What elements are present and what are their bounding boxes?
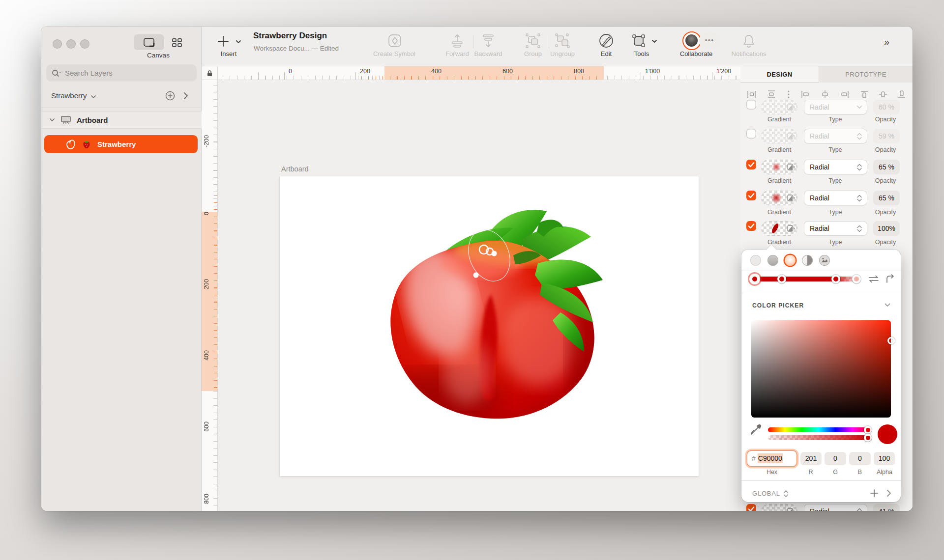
window-close-button[interactable] <box>53 39 62 49</box>
distribute-vertical-icon[interactable] <box>766 89 777 99</box>
fill-type-linear-gradient[interactable] <box>767 255 778 266</box>
opacity-field[interactable]: 100% <box>873 221 900 236</box>
distribute-horizontal-icon[interactable] <box>746 89 757 99</box>
alpha-slider[interactable] <box>768 435 869 440</box>
lock-icon[interactable] <box>206 70 213 77</box>
hue-handle[interactable] <box>864 426 872 434</box>
rotate-gradient-icon[interactable] <box>885 274 896 284</box>
align-top-icon[interactable] <box>859 89 869 99</box>
gradient-swatch[interactable] <box>761 160 797 174</box>
gradient-stop[interactable] <box>777 275 786 283</box>
fill-type-radial-gradient[interactable] <box>785 255 796 266</box>
chevron-down-icon[interactable] <box>49 118 55 122</box>
gradient-type-dropdown[interactable]: Radial <box>804 191 867 205</box>
fill-checkbox[interactable] <box>746 160 756 169</box>
page-selector[interactable]: Strawberry <box>51 91 87 100</box>
notifications-bell-icon[interactable] <box>740 32 757 49</box>
flip-gradient-icon[interactable] <box>867 274 880 284</box>
expand-global-icon[interactable] <box>886 489 892 498</box>
move-forward-icon[interactable] <box>449 33 465 49</box>
gradient-handle[interactable] <box>473 273 479 278</box>
hue-slider[interactable] <box>768 427 869 432</box>
fill-checkbox[interactable] <box>746 129 756 139</box>
collaborator-avatar[interactable] <box>682 31 701 50</box>
add-global-color-icon[interactable] <box>869 488 879 498</box>
align-middle-vertical-icon[interactable] <box>878 89 888 99</box>
blue-input[interactable]: 0 <box>849 452 871 465</box>
strawberry-artwork[interactable] <box>366 208 621 439</box>
alpha-handle[interactable] <box>864 434 872 442</box>
tab-design[interactable]: DESIGN <box>740 66 819 83</box>
opacity-field[interactable]: 41 % <box>873 504 900 511</box>
grid-view-icon[interactable] <box>171 37 183 48</box>
fill-checkbox[interactable] <box>746 191 756 200</box>
color-picker-header[interactable]: COLOR PICKER <box>752 302 804 309</box>
opacity-field[interactable]: 65 % <box>873 160 900 174</box>
ungroup-icon[interactable] <box>554 32 571 49</box>
canvas-view-toggle[interactable] <box>134 34 164 50</box>
gradient-swatch[interactable] <box>761 129 797 143</box>
gradient-swatch[interactable] <box>761 191 797 205</box>
opacity-field[interactable]: 60 % <box>873 100 900 114</box>
more-options-icon[interactable] <box>786 89 791 99</box>
align-left-icon[interactable] <box>800 89 811 99</box>
gradient-type-dropdown[interactable]: Radial <box>804 504 867 511</box>
fill-type-pattern[interactable] <box>819 255 830 266</box>
eyedropper-icon[interactable] <box>749 423 762 436</box>
vertical-ruler[interactable]: -200 0 200 400 600 800 <box>202 80 218 511</box>
gradient-swatch[interactable] <box>761 100 797 114</box>
search-input[interactable] <box>65 69 178 77</box>
move-backward-icon[interactable] <box>480 33 496 49</box>
insert-chevron-icon[interactable] <box>235 39 242 44</box>
gradient-swatch[interactable] <box>761 221 797 236</box>
red-input[interactable]: 201 <box>800 452 822 465</box>
gradient-stop-selected[interactable] <box>750 275 759 283</box>
collapse-chevron-icon[interactable] <box>884 303 891 308</box>
opacity-field[interactable]: 59 % <box>873 129 900 143</box>
window-minimize-button[interactable] <box>66 39 76 49</box>
hex-input[interactable]: #C90000 <box>747 451 796 466</box>
gradient-swatch[interactable] <box>761 504 797 511</box>
fill-checkbox[interactable] <box>746 100 756 110</box>
insert-button[interactable] <box>216 34 230 48</box>
tools-icon[interactable] <box>630 32 647 49</box>
tab-prototype[interactable]: PROTOTYPE <box>819 66 913 83</box>
edit-icon[interactable] <box>598 32 615 49</box>
alpha-input[interactable]: 100 <box>874 452 895 465</box>
green-input[interactable]: 0 <box>825 452 846 465</box>
gradient-type-dropdown[interactable]: Radial <box>804 221 867 236</box>
fill-checkbox[interactable] <box>746 504 756 511</box>
add-page-icon[interactable] <box>164 90 176 102</box>
toolbar-overflow-chevrons[interactable]: » <box>884 36 889 48</box>
align-center-horizontal-icon[interactable] <box>820 89 830 99</box>
align-right-icon[interactable] <box>839 89 850 99</box>
tools-chevron-icon[interactable] <box>651 39 658 44</box>
gradient-stop[interactable] <box>831 275 840 283</box>
saturation-square[interactable] <box>751 320 891 418</box>
gradient-type-dropdown[interactable]: Radial <box>804 100 867 114</box>
search-layers-field[interactable] <box>46 64 197 82</box>
gradient-type-dropdown[interactable]: Radial <box>804 129 867 143</box>
collaborate-more-dots[interactable]: ••• <box>699 32 720 49</box>
align-bottom-icon[interactable] <box>897 89 907 99</box>
gradient-bar[interactable] <box>754 277 857 281</box>
window-zoom-button[interactable] <box>80 39 89 49</box>
artboard-title[interactable]: Artboard <box>281 165 309 173</box>
fill-checkbox[interactable] <box>746 221 756 231</box>
fill-type-angular-gradient[interactable] <box>802 255 813 266</box>
horizontal-ruler[interactable]: 0 200 400 600 800 1'000 1'200 <box>218 66 740 80</box>
opacity-field[interactable]: 65 % <box>873 191 900 205</box>
fill-type-flat[interactable] <box>750 255 761 266</box>
layer-tree-artboard[interactable]: Artboard <box>41 111 202 129</box>
chevron-down-icon[interactable] <box>90 95 96 99</box>
gradient-stop[interactable] <box>852 275 861 283</box>
gradient-type-dropdown[interactable]: Radial <box>804 160 867 174</box>
layer-row-strawberry[interactable]: Strawberry <box>44 135 198 153</box>
create-symbol-icon[interactable] <box>386 32 403 49</box>
gradient-handle[interactable] <box>492 251 497 256</box>
section-stepper-icon[interactable] <box>783 490 789 498</box>
canvas-viewport[interactable]: Artboard <box>218 80 740 511</box>
expand-pages-icon[interactable] <box>183 91 189 100</box>
group-icon[interactable] <box>525 32 541 49</box>
global-section-label[interactable]: GLOBAL <box>752 490 780 497</box>
